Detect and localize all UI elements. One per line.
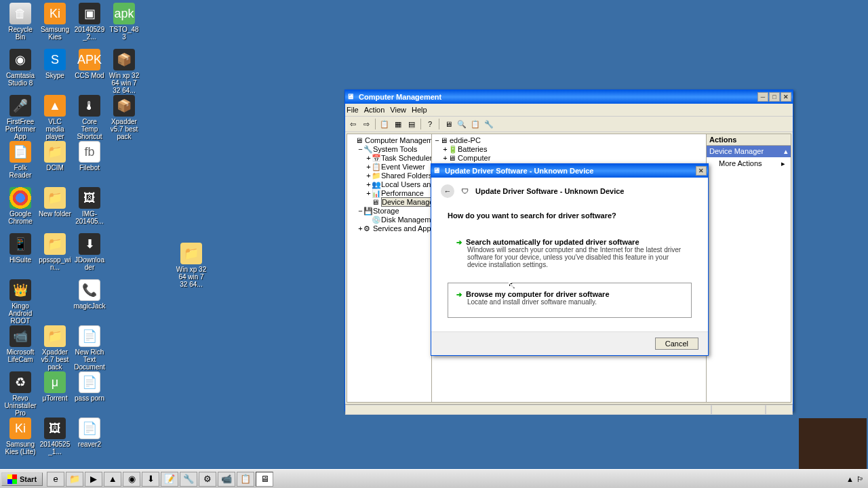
task-icon[interactable]: 🔧 — [180, 472, 197, 487]
expand-icon[interactable]: + — [366, 171, 372, 180]
expand-icon[interactable]: + — [357, 224, 363, 233]
expand-icon[interactable]: + — [366, 154, 372, 163]
desktop-icon[interactable]: 📄reaver2 — [73, 418, 106, 448]
tool-button[interactable]: 📋 — [378, 118, 391, 130]
menu-action[interactable]: Action — [364, 106, 385, 114]
tree-item[interactable]: 💿Disk Management — [349, 216, 429, 224]
desktop-icon[interactable]: ◉Camtasia Studio 8 — [4, 49, 37, 87]
chrome-icon[interactable]: ◉ — [123, 472, 140, 487]
tree-item[interactable]: +📋Event Viewer — [349, 163, 429, 171]
expand-icon[interactable]: + — [442, 145, 448, 154]
desktop-icon[interactable]: 🖼20140525_1... — [39, 418, 71, 455]
desktop-icon[interactable]: 📁Xpadder v5.7 best pack — [39, 325, 71, 371]
desktop-icon[interactable]: 📁DCIM — [39, 141, 71, 171]
flag-icon[interactable]: 🏳 — [856, 475, 864, 483]
device-item[interactable]: −🖥eddie-PC — [434, 136, 704, 145]
expand-icon[interactable]: − — [434, 136, 440, 145]
desktop-icon[interactable]: 📄New Rich Text Document — [73, 325, 106, 371]
tool-button[interactable]: ▦ — [392, 118, 404, 130]
icon-label: Skype — [39, 72, 71, 79]
tree-item[interactable]: +👥Local Users and Groups — [349, 180, 429, 189]
explorer-icon[interactable]: 📁 — [66, 472, 83, 487]
tree-item[interactable]: −🔧System Tools — [349, 145, 429, 154]
expand-icon[interactable]: + — [366, 180, 372, 189]
device-item[interactable]: +🔋Batteries — [434, 145, 704, 154]
desktop-icon[interactable]: SSkype — [39, 49, 71, 79]
back-button[interactable]: ← — [441, 184, 454, 198]
desktop-icon[interactable]: 📱HiSuite — [4, 233, 37, 264]
desktop-icon[interactable]: 📁New folder — [39, 187, 71, 218]
wmp-icon[interactable]: ▶ — [85, 472, 102, 487]
expand-icon[interactable]: − — [357, 145, 363, 154]
desktop-icon[interactable]: 📞magicJack — [73, 279, 106, 310]
menu-file[interactable]: File — [347, 106, 359, 114]
expand-icon[interactable]: − — [357, 207, 363, 216]
help-button[interactable]: ? — [424, 118, 436, 130]
expand-icon[interactable]: + — [366, 189, 372, 198]
desktop-icon[interactable]: fbFilebot — [73, 141, 106, 171]
tree-item[interactable]: −💾Storage — [349, 207, 429, 216]
desktop-icon[interactable]: Google Chrome — [4, 187, 37, 225]
cancel-button[interactable]: Cancel — [655, 338, 698, 350]
tree-item[interactable]: +📁Shared Folders — [349, 171, 429, 180]
desktop-icon[interactable]: 🖼IMG-201405... — [73, 187, 106, 225]
desktop-icon[interactable]: ⬇JDownloader — [73, 233, 106, 271]
desktop-icon[interactable]: 🎤FirstFree Performer App — [4, 95, 37, 140]
expand-icon[interactable]: + — [366, 163, 372, 171]
desktop-icon[interactable]: APKCCS Mod — [73, 49, 106, 79]
dialog-titlebar[interactable]: 🖥 Update Driver Software - Unknown Devic… — [431, 164, 708, 178]
tree-item[interactable]: +📅Task Scheduler — [349, 154, 429, 163]
desktop-icon[interactable]: KiSamsung Kies (Lite) — [4, 418, 37, 455]
menu-view[interactable]: View — [390, 106, 406, 114]
task-icon[interactable]: ⬇ — [142, 472, 159, 487]
maximize-button[interactable]: □ — [769, 92, 780, 102]
menu-help[interactable]: Help — [412, 106, 427, 114]
forward-button[interactable]: ⇨ — [360, 118, 372, 130]
task-icon[interactable]: ⚙ — [199, 472, 216, 487]
start-button[interactable]: Start — [1, 472, 43, 486]
device-item[interactable]: +🖥Computer — [434, 154, 704, 163]
tree-item[interactable]: 🖥Device Manager — [349, 198, 429, 207]
desktop-icon[interactable]: 🗑Recycle Bin — [4, 3, 37, 41]
desktop-icon[interactable]: 📁 Win xp 32 64 win 7 32 64... — [175, 243, 208, 288]
titlebar[interactable]: 🖥 Computer Management ─ □ ✕ — [345, 90, 793, 104]
ie-icon[interactable]: e — [47, 472, 64, 487]
tool-button[interactable]: 🔧 — [483, 118, 495, 130]
desktop-icon[interactable]: 📹Microsoft LifeCam — [4, 325, 37, 363]
desktop-icon[interactable]: KiSamsung Kies — [39, 3, 71, 41]
tray-icon[interactable]: ▲ — [846, 475, 854, 483]
minimize-button[interactable]: ─ — [757, 92, 768, 102]
desktop-icon[interactable]: 📄Folk Reader — [4, 141, 37, 179]
system-tray[interactable]: ▲ 🏳 — [842, 475, 868, 483]
tool-button[interactable]: ▤ — [406, 118, 418, 130]
search-automatically-option[interactable]: ➔Search automatically for updated driver… — [448, 230, 692, 276]
task-icon[interactable]: 📋 — [237, 472, 254, 487]
close-button[interactable]: ✕ — [781, 92, 791, 102]
actions-category[interactable]: Device Manager ▴ — [707, 146, 791, 157]
vlc-icon[interactable]: ▲ — [104, 472, 121, 487]
more-actions[interactable]: More Actions ▸ — [707, 157, 791, 170]
desktop-icon[interactable]: 📦Win xp 32 64 win 7 32 64... — [108, 49, 140, 94]
desktop-icon[interactable]: 📁ppsspp_win... — [39, 233, 71, 271]
desktop-icon[interactable]: apkTSTO_483 — [108, 3, 140, 41]
desktop-icon[interactable]: 📦Xpadder v5.7 best pack — [108, 95, 140, 140]
desktop-icon[interactable]: 📄pass porn — [73, 371, 106, 402]
tool-button[interactable]: 🔍 — [456, 118, 468, 130]
expand-icon[interactable]: + — [442, 154, 448, 163]
task-icon[interactable]: 📝 — [161, 472, 178, 487]
tool-button[interactable]: 🖥 — [442, 118, 454, 130]
task-icon[interactable]: 📹 — [218, 472, 235, 487]
browse-computer-option[interactable]: ➔Browse my computer for driver software … — [448, 283, 692, 318]
desktop-icon[interactable]: 👑Kingo Android ROOT — [4, 279, 37, 325]
mgmt-task-icon[interactable]: 🖥 — [256, 472, 273, 487]
close-button[interactable]: ✕ — [696, 166, 707, 176]
tool-button[interactable]: 📋 — [469, 118, 481, 130]
desktop-icon[interactable]: μμTorrent — [39, 371, 71, 402]
tree-item[interactable]: 🖥Computer Management (Local) — [349, 136, 429, 145]
desktop-icon[interactable]: 🌡Core Temp Shortcut — [73, 95, 106, 140]
desktop-icon[interactable]: ▣20140529_2... — [73, 3, 106, 41]
desktop-icon[interactable]: ▲VLC media player — [39, 95, 71, 140]
back-button[interactable]: ⇦ — [347, 118, 359, 130]
desktop-icon[interactable]: ♻Revo Uninstaller Pro — [4, 371, 37, 417]
tree-item[interactable]: +⚙Services and Applications — [349, 224, 429, 233]
